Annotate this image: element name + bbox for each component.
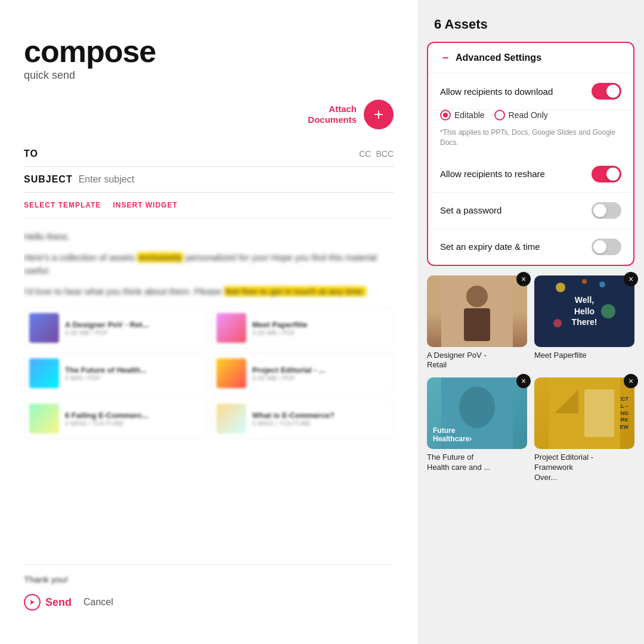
healthcare-thumbnail: FutureHealthcare› xyxy=(427,377,527,449)
asset-info: 6 Failing E-Commerc... 0 MINS / YOUTUBE xyxy=(65,411,148,427)
footer-actions: Send Cancel xyxy=(24,594,394,611)
list-item: What is E-Commerce? 0 MINS / YOUTUBE xyxy=(211,398,394,439)
collapse-icon: − xyxy=(440,52,451,63)
svg-marker-0 xyxy=(30,600,35,605)
allow-download-row: Allow recipients to download xyxy=(428,73,633,110)
allow-reshare-toggle[interactable] xyxy=(592,166,621,182)
set-expiry-row: Set an expiry date & time xyxy=(428,229,633,265)
cc-bcc-buttons: CC BCC xyxy=(359,149,394,159)
list-item: The Future of Health... 0 MIN / PDF xyxy=(24,353,206,394)
toggle-knob xyxy=(593,240,606,253)
allow-reshare-label: Allow recipients to reshare xyxy=(440,169,545,179)
insert-widget-button[interactable]: INSERT WIDGET xyxy=(113,201,177,209)
allow-download-label: Allow recipients to download xyxy=(440,86,553,97)
allow-download-toggle[interactable] xyxy=(592,83,621,100)
svg-point-6 xyxy=(599,281,605,287)
asset-thumb xyxy=(29,358,59,388)
asset-size: 0 MINS / YOUTUBE xyxy=(65,420,148,427)
cc-button[interactable]: CC xyxy=(359,149,371,159)
toggle-knob xyxy=(606,85,620,98)
email-line-3: I'd love to hear what you think about th… xyxy=(24,285,394,299)
set-password-toggle[interactable] xyxy=(592,202,621,219)
footer-text: Thank you! xyxy=(24,574,394,584)
asset-name: 6 Failing E-Commerc... xyxy=(65,411,148,420)
remove-asset-retail-button[interactable]: × xyxy=(516,272,531,286)
paperflite-thumbnail: Well,HelloThere! xyxy=(534,275,634,347)
asset-info: A Designer PoV - Ret... 0.00 MB / PDF xyxy=(65,320,148,336)
list-item: 6 Failing E-Commerc... 0 MINS / YOUTUBE xyxy=(24,398,206,439)
asset-card-name: Meet Paperflite xyxy=(534,351,634,361)
editable-label: Editable xyxy=(454,110,485,120)
future-health-text: FutureHealthcare› xyxy=(433,426,472,443)
remove-asset-paperflite-button[interactable]: × xyxy=(624,272,638,286)
remove-asset-project-button[interactable]: × xyxy=(624,374,638,388)
send-button[interactable]: Send xyxy=(24,594,72,611)
svg-point-7 xyxy=(601,304,615,318)
select-template-button[interactable]: SELECT TEMPLATE xyxy=(24,201,101,209)
email-line-1: Hello there, xyxy=(24,230,394,244)
read-only-radio-icon xyxy=(494,110,505,120)
asset-card-retail: × A Designer PoV -Retail xyxy=(427,275,527,371)
attach-area: AttachDocuments + xyxy=(24,100,394,129)
asset-thumb xyxy=(216,358,246,388)
asset-image-retail xyxy=(427,275,527,347)
asset-name: A Designer PoV - Ret... xyxy=(65,320,148,329)
asset-card-name: The Future ofHealth care and ... xyxy=(427,453,527,473)
svg-rect-15 xyxy=(584,389,614,437)
asset-thumb xyxy=(29,404,59,434)
asset-image-paperflite: Well,HelloThere! xyxy=(534,275,634,347)
advanced-settings-header[interactable]: − Advanced Settings xyxy=(428,43,633,73)
editable-radio[interactable]: Editable xyxy=(440,110,485,120)
asset-thumb xyxy=(216,404,246,434)
set-password-label: Set a password xyxy=(440,205,501,215)
set-expiry-toggle[interactable] xyxy=(592,239,621,255)
svg-point-2 xyxy=(466,286,488,307)
read-only-radio[interactable]: Read Only xyxy=(494,110,548,120)
email-line-2: Here's a collection of assets exclusivel… xyxy=(24,251,394,278)
asset-size: 0.00 MB / PDF xyxy=(252,374,325,382)
to-input[interactable] xyxy=(78,148,353,159)
retail-thumbnail xyxy=(427,275,527,347)
allow-reshare-row: Allow recipients to reshare xyxy=(428,156,633,193)
asset-image-project: PROJECTEDITORIAL –CONSULTINGFRAMEWORKOVE… xyxy=(534,377,634,449)
asset-name: Meet Paperflite xyxy=(252,320,307,329)
toggle-knob xyxy=(606,168,620,181)
email-assets-grid: A Designer PoV - Ret... 0.00 MB / PDF Me… xyxy=(24,308,394,439)
bcc-button[interactable]: BCC xyxy=(376,149,394,159)
asset-card-paperflite: × Well,HelloThere! Meet xyxy=(534,275,634,371)
to-label: TO xyxy=(24,148,72,159)
compose-header: compose quick send xyxy=(24,36,394,82)
to-field: TO CC BCC xyxy=(24,141,394,167)
attach-label: AttachDocuments xyxy=(308,104,357,125)
advanced-settings-title: Advanced Settings xyxy=(456,52,541,63)
cancel-button[interactable]: Cancel xyxy=(83,597,113,608)
send-icon xyxy=(24,594,41,611)
email-body: Hello there, Here's a collection of asse… xyxy=(24,218,394,564)
email-footer: Thank you! Send Cancel xyxy=(24,564,394,620)
asset-thumb xyxy=(29,313,59,343)
read-only-label: Read Only xyxy=(509,110,548,120)
editable-readonly-group: Editable Read Only xyxy=(428,110,633,128)
asset-info: Project Editorial - ... 0.00 MB / PDF xyxy=(252,366,325,382)
attach-documents-button[interactable]: + xyxy=(364,100,394,129)
left-panel: compose quick send AttachDocuments + TO … xyxy=(0,0,417,644)
asset-size: 0.00 MB / PDF xyxy=(252,329,307,336)
advanced-settings-panel: − Advanced Settings Allow recipients to … xyxy=(427,42,634,266)
list-item: A Designer PoV - Ret... 0.00 MB / PDF xyxy=(24,308,206,348)
list-item: Project Editorial - ... 0.00 MB / PDF xyxy=(211,353,394,394)
asset-size: 0 MINS / YOUTUBE xyxy=(252,420,335,427)
asset-card-project: × PROJECTEDITORIAL –CONSULTINGFRAMEWORKO… xyxy=(534,377,634,483)
set-expiry-label: Set an expiry date & time xyxy=(440,242,540,252)
subject-input[interactable] xyxy=(79,174,394,185)
remove-asset-healthcare-button[interactable]: × xyxy=(516,374,531,388)
svg-point-11 xyxy=(459,386,495,428)
set-password-row: Set a password xyxy=(428,193,633,229)
settings-note: *This applies to PPTs, Docs, Google Slid… xyxy=(428,128,633,156)
svg-point-9 xyxy=(582,279,587,284)
asset-thumb xyxy=(216,313,246,343)
assets-count-header: 6 Assets xyxy=(417,0,644,42)
subject-label: SUBJECT xyxy=(24,174,73,185)
project-thumbnail: PROJECTEDITORIAL –CONSULTINGFRAMEWORKOVE… xyxy=(534,377,634,449)
asset-info: Meet Paperflite 0.00 MB / PDF xyxy=(252,320,307,336)
main-container: compose quick send AttachDocuments + TO … xyxy=(0,0,644,644)
